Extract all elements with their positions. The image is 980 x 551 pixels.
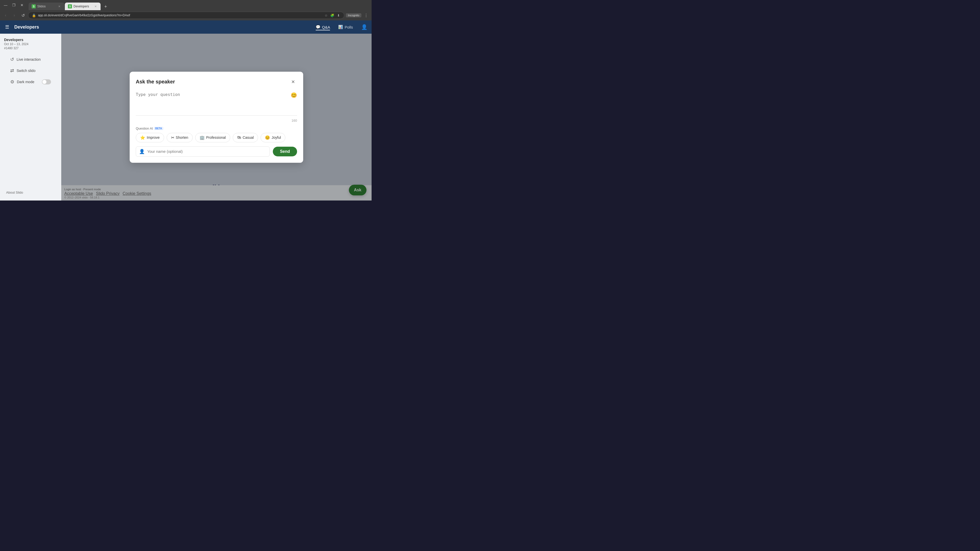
nav-item-qna[interactable]: 💬 Q&A xyxy=(316,24,330,30)
tab-slidos[interactable]: S Slidos ✕ xyxy=(29,3,64,10)
dialog-title: Ask the speaker xyxy=(136,79,175,85)
hamburger-button[interactable]: ☰ xyxy=(4,23,10,31)
question-ai-text: Question AI xyxy=(136,127,153,130)
switch-icon: ⇄ xyxy=(10,68,14,73)
improve-icon: ⭐ xyxy=(140,135,145,140)
sidebar-item-live[interactable]: ↺ Live interaction xyxy=(6,54,55,65)
sidebar-event-title: Developers xyxy=(4,38,57,42)
ai-joyful-button[interactable]: 😊 Joyful xyxy=(261,133,285,142)
name-person-icon: 👤 xyxy=(139,149,145,154)
header-nav: 💬 Q&A 📊 Polls xyxy=(316,24,353,30)
live-icon: ↺ xyxy=(10,57,14,62)
ai-professional-button[interactable]: 🏢 Professional xyxy=(195,133,230,142)
extensions-icon[interactable]: 🧩 xyxy=(330,13,335,18)
sidebar-live-label: Live interaction xyxy=(17,57,41,62)
qna-icon: 💬 xyxy=(316,25,321,29)
char-count: 160 xyxy=(136,119,297,122)
user-icon[interactable]: 👤 xyxy=(361,24,368,30)
beta-badge: BETA xyxy=(154,127,163,130)
app-header: ☰ Developers 💬 Q&A 📊 Polls 👤 xyxy=(0,21,372,34)
emoji-button[interactable]: 😊 xyxy=(291,92,297,98)
tab-slidos-close[interactable]: ✕ xyxy=(57,4,61,8)
nav-item-polls[interactable]: 📊 Polls xyxy=(338,24,353,30)
sidebar-about[interactable]: About Slido xyxy=(4,189,57,197)
address-text: app.sli.do/event/dCnjRveGaeVb49ut2zGgst/… xyxy=(38,14,322,17)
sidebar-top: Developers Oct 10 – 13, 2024 #1480 327 ↺… xyxy=(0,38,61,88)
ask-dialog: Ask the speaker ✕ 😊 160 Question AI xyxy=(130,72,303,163)
incognito-badge[interactable]: Incognito xyxy=(346,13,361,17)
sidebar-event-date: Oct 10 – 13, 2024 xyxy=(4,42,57,46)
dialog-overlay: Ask the speaker ✕ 😊 160 Question AI xyxy=(61,34,372,200)
browser-right-icons: Incognito ⋮ xyxy=(346,12,369,19)
bookmark-icon[interactable]: ☆ xyxy=(324,13,329,18)
slidos-favicon: S xyxy=(32,4,36,8)
question-input[interactable] xyxy=(136,90,297,116)
question-input-wrapper: 😊 xyxy=(136,90,297,117)
question-ai-label: Question AI BETA xyxy=(136,127,297,130)
sidebar-bottom: About Slido xyxy=(0,189,61,197)
lock-icon: 🔒 xyxy=(32,13,37,18)
sidebar-switch-label: Switch slido xyxy=(17,68,35,73)
question-ai-section: Question AI BETA ⭐ Improve ✂ Shorten xyxy=(136,127,297,142)
polls-icon: 📊 xyxy=(338,25,343,29)
ai-casual-button[interactable]: 🛍 Casual xyxy=(233,133,258,142)
toggle-knob xyxy=(42,80,46,84)
browser-chrome: — ❐ ✕ S Slidos ✕ S Developers ✕ + ‹ › ↺ … xyxy=(0,0,372,21)
browser-titlebar: — ❐ ✕ S Slidos ✕ S Developers ✕ + xyxy=(0,0,372,10)
main-content: slido Login as host · Present mode Accep… xyxy=(61,34,372,200)
more-options-button[interactable]: ⋮ xyxy=(363,12,369,19)
moon-icon: ⚙ xyxy=(10,79,14,85)
address-icons: ☆ 🧩 ⬇ xyxy=(324,13,341,18)
sidebar-event-id: #1480 327 xyxy=(4,46,57,50)
app-body: Developers Oct 10 – 13, 2024 #1480 327 ↺… xyxy=(0,34,372,200)
casual-icon: 🛍 xyxy=(237,135,241,140)
dialog-footer: 👤 Send xyxy=(136,146,297,157)
reload-button[interactable]: ↺ xyxy=(19,12,27,19)
dialog-header: Ask the speaker ✕ xyxy=(136,78,297,86)
polls-label: Polls xyxy=(345,25,353,29)
name-input-wrapper: 👤 xyxy=(136,146,270,157)
ai-shorten-button[interactable]: ✂ Shorten xyxy=(167,133,192,142)
improve-label: Improve xyxy=(147,135,160,140)
professional-icon: 🏢 xyxy=(200,135,205,140)
ai-improve-button[interactable]: ⭐ Improve xyxy=(136,133,164,142)
tab-developers[interactable]: S Developers ✕ xyxy=(65,3,100,10)
minimize-button[interactable]: — xyxy=(2,2,9,9)
dialog-close-button[interactable]: ✕ xyxy=(289,78,297,86)
sidebar-item-switch[interactable]: ⇄ Switch slido xyxy=(6,65,55,76)
close-button[interactable]: ✕ xyxy=(18,2,25,9)
dark-mode-switch[interactable] xyxy=(42,79,51,84)
name-input[interactable] xyxy=(147,149,266,154)
shorten-icon: ✂ xyxy=(171,135,174,140)
download-icon[interactable]: ⬇ xyxy=(336,13,341,18)
page-content: ☰ Developers 💬 Q&A 📊 Polls 👤 Developers … xyxy=(0,21,372,200)
joyful-icon: 😊 xyxy=(265,135,270,140)
forward-button[interactable]: › xyxy=(11,12,18,19)
back-button[interactable]: ‹ xyxy=(2,12,9,19)
qna-label: Q&A xyxy=(322,25,330,29)
dark-mode-toggle[interactable]: ⚙ Dark mode xyxy=(6,76,55,87)
casual-label: Casual xyxy=(243,135,254,140)
browser-controls: — ❐ ✕ xyxy=(2,2,25,9)
professional-label: Professional xyxy=(206,135,226,140)
app-title: Developers xyxy=(14,24,39,30)
dark-mode-label: Dark mode xyxy=(17,80,34,84)
tab-bar: S Slidos ✕ S Developers ✕ + xyxy=(29,0,369,10)
tab-slidos-label: Slidos xyxy=(37,5,46,8)
sidebar: Developers Oct 10 – 13, 2024 #1480 327 ↺… xyxy=(0,34,61,200)
developers-favicon: S xyxy=(68,4,72,8)
maximize-button[interactable]: ❐ xyxy=(10,2,18,9)
new-tab-button[interactable]: + xyxy=(102,3,109,10)
tab-developers-label: Developers xyxy=(73,5,89,8)
address-bar-row: ‹ › ↺ 🔒 app.sli.do/event/dCnjRveGaeVb49u… xyxy=(0,10,372,21)
tab-developers-close[interactable]: ✕ xyxy=(94,4,97,8)
ai-buttons: ⭐ Improve ✂ Shorten 🏢 Professional xyxy=(136,133,297,142)
send-button[interactable]: Send xyxy=(273,147,297,156)
address-bar[interactable]: 🔒 app.sli.do/event/dCnjRveGaeVb49ut2zGgs… xyxy=(28,12,344,19)
joyful-label: Joyful xyxy=(272,135,281,140)
shorten-label: Shorten xyxy=(176,135,188,140)
